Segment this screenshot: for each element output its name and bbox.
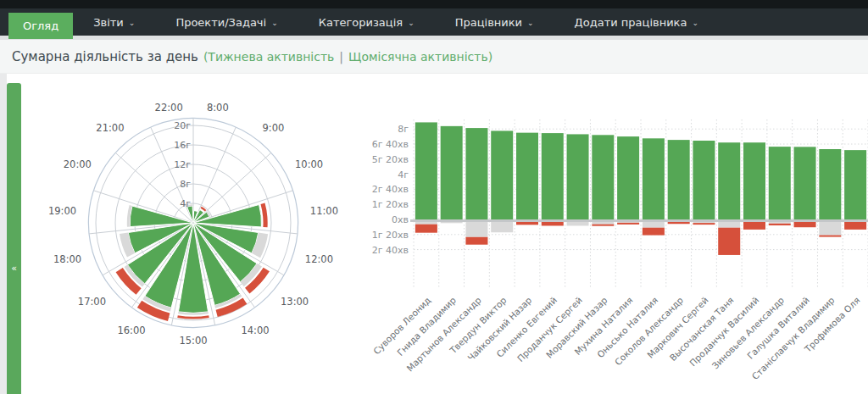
polar-hour-label: 16:00 [117, 325, 145, 336]
nav-item-label: Огляд [23, 19, 58, 32]
bar-unproductive[interactable] [743, 222, 765, 230]
bar-unproductive[interactable] [668, 222, 690, 224]
browser-top-strip [0, 0, 868, 8]
bar-y-tick: 4г [398, 169, 409, 180]
page-title: Сумарна діяльність за день [12, 49, 198, 64]
polar-radial-tick: 4г [180, 198, 191, 209]
nav-item-label: Додати працівника [575, 16, 687, 29]
polar-wedge-unproductive[interactable] [177, 315, 209, 319]
bar-productive[interactable] [668, 140, 690, 219]
monthly-activity-link[interactable]: Щомісячна активність [348, 50, 488, 64]
bar-productive[interactable] [415, 122, 437, 219]
bar-neutral[interactable] [415, 222, 437, 225]
bar-neutral[interactable] [592, 222, 614, 225]
bar-productive[interactable] [567, 134, 589, 219]
bar-productive[interactable] [465, 128, 487, 219]
daily-activity-polar-chart: 4г8г12г16г20г8:009:0010:0011:0012:0013:0… [30, 85, 360, 373]
bar-productive[interactable] [844, 150, 866, 219]
polar-radial-tick: 12г [174, 159, 191, 170]
chevron-down-icon: ⌄ [527, 19, 534, 27]
bar-neutral[interactable] [617, 222, 639, 223]
bar-productive[interactable] [794, 147, 816, 219]
bar-neutral[interactable] [643, 222, 665, 228]
nav-item-проекти-задачі[interactable]: Проекти/Задачі⌄ [155, 8, 298, 36]
polar-hour-label: 8:00 [207, 102, 229, 114]
bar-y-tick: 2г 40хв [372, 184, 409, 195]
bar-neutral[interactable] [441, 222, 463, 223]
bar-productive[interactable] [743, 142, 765, 219]
polar-hour-label: 22:00 [155, 102, 183, 114]
chevron-down-icon: ⌄ [408, 19, 415, 27]
bar-unproductive[interactable] [844, 222, 866, 230]
polar-hour-label: 15:00 [179, 335, 207, 347]
bar-chart-svg: 8г6г 40хв5г 20хв4г2г 40хв1г 20хв0хв1г 20… [371, 113, 868, 394]
nav-item-працівники[interactable]: Працівники⌄ [435, 8, 554, 36]
polar-radial-tick: 8г [180, 179, 191, 190]
nav-item-label: Категоризація [319, 16, 403, 29]
bar-unproductive[interactable] [643, 228, 665, 236]
bar-unproductive[interactable] [794, 222, 816, 227]
bar-neutral[interactable] [718, 222, 740, 228]
polar-hour-label: 17:00 [78, 296, 106, 308]
bar-neutral[interactable] [819, 222, 841, 236]
polar-hour-label: 20:00 [64, 158, 92, 170]
polar-hour-label: 10:00 [295, 158, 323, 170]
bar-productive[interactable] [592, 135, 614, 219]
bar-productive[interactable] [441, 126, 463, 219]
chevron-down-icon: ⌄ [271, 19, 278, 27]
bar-productive[interactable] [643, 138, 665, 219]
chevron-down-icon: ⌄ [692, 19, 698, 27]
bar-productive[interactable] [516, 133, 538, 219]
link-separator: | [334, 50, 348, 64]
bar-unproductive[interactable] [769, 224, 791, 225]
left-gutter [0, 74, 7, 394]
bar-unproductive[interactable] [465, 237, 487, 245]
polar-hour-label: 14:00 [241, 325, 269, 336]
bar-unproductive[interactable] [542, 222, 564, 225]
bar-unproductive[interactable] [592, 225, 614, 226]
polar-radial-tick: 20г [174, 120, 191, 131]
chevron-down-icon: ⌄ [129, 19, 136, 27]
bar-neutral[interactable] [465, 222, 487, 237]
bar-y-tick: 2г 40хв [372, 245, 409, 256]
nav-item-label: Проекти/Задачі [175, 16, 266, 29]
nav-item-label: Звіти [93, 16, 124, 29]
collapse-chevron-icon: « [7, 263, 21, 274]
nav-item-огляд[interactable]: Огляд [8, 13, 73, 39]
bar-unproductive[interactable] [415, 225, 437, 233]
sidebar-collapse-bar[interactable]: « [7, 83, 21, 394]
nav-item-звіти[interactable]: Звіти⌄ [73, 8, 155, 36]
bar-y-tick: 8г [398, 124, 409, 135]
bar-unproductive[interactable] [819, 236, 841, 237]
bar-productive[interactable] [617, 136, 639, 219]
bar-productive[interactable] [718, 142, 740, 219]
bar-y-tick: 1г 20хв [372, 230, 409, 241]
bar-neutral[interactable] [567, 222, 589, 225]
polar-hour-label: 13:00 [281, 296, 309, 308]
bar-productive[interactable] [542, 133, 564, 219]
nav-item-категоризація[interactable]: Категоризація⌄ [298, 8, 435, 36]
employee-activity-bar-chart: 8г6г 40хв5г 20хв4г2г 40хв1г 20хв0хв1г 20… [371, 113, 868, 394]
main-navbar: ОглядЗвіти⌄Проекти/Задачі⌄Категоризація⌄… [0, 8, 868, 36]
bar-productive[interactable] [693, 141, 715, 219]
nav-item-додати-працівника[interactable]: Додати працівника⌄ [554, 8, 719, 36]
bar-productive[interactable] [491, 130, 513, 219]
polar-hour-label: 19:00 [48, 205, 76, 217]
polar-hour-label: 11:00 [310, 205, 338, 217]
page-header: Сумарна діяльність за день ( Тижнева акт… [0, 40, 868, 74]
bar-unproductive[interactable] [617, 223, 639, 225]
bar-unproductive[interactable] [693, 223, 715, 225]
bar-y-tick: 6г 40хв [372, 139, 409, 150]
bar-neutral[interactable] [693, 222, 715, 223]
bar-productive[interactable] [769, 147, 791, 219]
bar-neutral[interactable] [769, 222, 791, 224]
bar-unproductive[interactable] [718, 228, 740, 255]
polar-hour-label: 18:00 [53, 253, 81, 265]
bar-unproductive[interactable] [516, 222, 538, 225]
bar-neutral[interactable] [491, 222, 513, 232]
polar-hour-label: 21:00 [96, 122, 124, 134]
weekly-activity-link[interactable]: Тижнева активність [208, 50, 334, 64]
paren-open: ( [198, 50, 208, 64]
bar-y-tick: 0хв [392, 214, 409, 225]
bar-productive[interactable] [819, 149, 841, 219]
